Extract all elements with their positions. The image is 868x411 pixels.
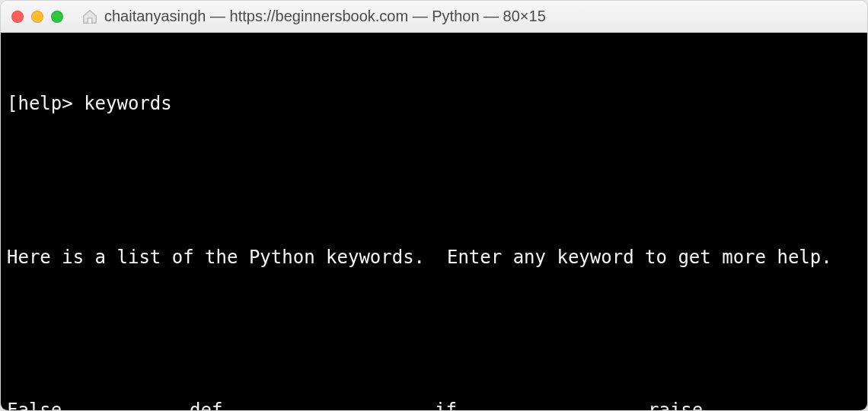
- close-icon[interactable]: [11, 11, 24, 23]
- minimize-icon[interactable]: [31, 11, 43, 23]
- prompt-line-1: [help> keywords: [7, 91, 861, 117]
- terminal-window: chaitanyasingh — https://beginnersbook.c…: [0, 0, 868, 411]
- intro-text: Here is a list of the Python keywords. E…: [7, 245, 861, 271]
- keyword: def: [190, 398, 435, 410]
- zoom-icon[interactable]: [51, 11, 63, 23]
- keyword: False: [7, 398, 190, 410]
- terminal-body[interactable]: [help> keywords Here is a list of the Py…: [1, 33, 867, 410]
- title-wrap: chaitanyasingh — https://beginnersbook.c…: [77, 8, 857, 25]
- blank-line: [7, 322, 861, 348]
- window-titlebar: chaitanyasingh — https://beginnersbook.c…: [1, 1, 867, 33]
- traffic-lights: [11, 11, 63, 23]
- keywords-grid: False def if raise None del import retur…: [7, 398, 861, 410]
- keyword: if: [435, 398, 648, 410]
- keyword: raise: [648, 398, 861, 410]
- prompt-input: keywords: [84, 91, 172, 117]
- window-title: chaitanyasingh — https://beginnersbook.c…: [104, 8, 546, 25]
- home-icon: [81, 8, 98, 25]
- prompt-prefix: [help>: [7, 91, 84, 117]
- blank-line: [7, 168, 861, 194]
